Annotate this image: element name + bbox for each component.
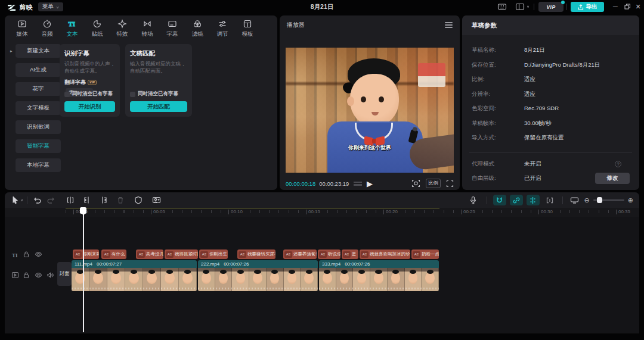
subtitle-clip[interactable]: A≡听说你 bbox=[318, 249, 340, 259]
draft-row: 比例:适应 bbox=[472, 76, 630, 84]
export-button[interactable]: 导出 bbox=[571, 2, 604, 12]
burned-in-subtitle: 你刚来到这个世界 bbox=[286, 144, 454, 152]
divider bbox=[566, 4, 567, 10]
subtitle-clip[interactable]: A≡我要赚钱买尿不湿 bbox=[237, 249, 275, 259]
player-controls: 00:00:00:18 00:00:23:19 ▶ 比例 bbox=[286, 177, 454, 189]
timeline-toolbar: ∨ bbox=[5, 192, 639, 208]
start-match-button[interactable]: 开始匹配 bbox=[130, 101, 187, 112]
tab-transition[interactable]: 转场 bbox=[135, 18, 160, 39]
layout-switch-button[interactable]: ∨ bbox=[515, 2, 530, 11]
aspect-ratio-button[interactable]: 比例 bbox=[426, 179, 441, 188]
chevron-down-icon: ∨ bbox=[527, 5, 530, 8]
caption-cards: 识别字幕 识别音视频中的人声，自动生成字幕。 翻译字幕 VIP 无∨ 同时清空已… bbox=[60, 44, 192, 117]
shortcut-keyboard-icon[interactable] bbox=[497, 2, 507, 11]
split-button[interactable] bbox=[63, 194, 78, 206]
main-track-magnet-toggle[interactable] bbox=[543, 195, 556, 205]
sidebar-item-smart-captions[interactable]: 智能字幕 bbox=[16, 139, 61, 153]
restore-button[interactable] bbox=[621, 1, 633, 12]
modify-button[interactable]: 修改 bbox=[595, 173, 630, 184]
draft-row: 保存位置:D:/JianyingPro Drafts/8月21日 bbox=[472, 61, 630, 70]
fullscreen-icon[interactable] bbox=[446, 180, 454, 188]
smart-matting-button[interactable] bbox=[149, 194, 163, 206]
slider-knob[interactable] bbox=[597, 197, 602, 203]
sidebar-item-new-text[interactable]: ▸新建文本 bbox=[16, 44, 61, 58]
play-button[interactable]: ▶ bbox=[367, 179, 373, 188]
sidebar-item-fancy-text[interactable]: 花字 bbox=[16, 82, 61, 96]
undo-button[interactable] bbox=[30, 194, 44, 206]
timeline-tracks: TI 封面 A≡你刚来到A≡有什么A≡高考没几A≡我得抓紧时间玩A≡你刚出生A≡… bbox=[5, 217, 639, 333]
delete-left-button[interactable] bbox=[80, 194, 94, 206]
chevron-down-icon[interactable]: ∨ bbox=[20, 198, 23, 202]
player-menu-icon[interactable] bbox=[445, 22, 453, 29]
baby-face bbox=[350, 74, 399, 126]
script-match-card: 文稿匹配 输入音视频对应的文稿，自动匹配画面。 同时清空已有字幕 开始匹配 bbox=[125, 44, 192, 117]
timeline-ruler[interactable]: 00:0000:0500:1000:1500:2000:2500:3000:35 bbox=[5, 208, 639, 217]
text-clip-icon: A≡ bbox=[343, 251, 351, 258]
vip-badge[interactable]: VIP bbox=[538, 2, 564, 12]
text-clip-icon: A≡ bbox=[361, 251, 369, 258]
subtitle-clip[interactable]: A≡是 bbox=[342, 249, 358, 259]
duration-indicator-line bbox=[66, 208, 439, 208]
subtitle-clip[interactable]: A≡我得抓紧时间玩 bbox=[165, 249, 198, 259]
video-clip[interactable]: 222.mp400:00:07:26 bbox=[198, 260, 318, 291]
divider bbox=[534, 4, 534, 10]
clear-existing-checkbox[interactable] bbox=[130, 92, 135, 97]
record-audio-button[interactable] bbox=[466, 194, 481, 206]
auto-snap-toggle[interactable] bbox=[493, 195, 506, 205]
divider bbox=[562, 196, 563, 204]
mask-button[interactable] bbox=[131, 194, 145, 206]
zoom-in-icon[interactable]: ⊕ bbox=[628, 196, 633, 204]
tab-templates[interactable]: 模板 bbox=[235, 18, 260, 39]
quality-list-icon[interactable] bbox=[354, 182, 362, 186]
tab-text[interactable]: TI 文本 bbox=[60, 18, 85, 39]
subtitle-clip[interactable]: A≡我就喜欢喝加冰的珍珠 bbox=[360, 249, 410, 259]
subtitle-clip[interactable]: A≡你刚来到 bbox=[73, 249, 99, 259]
linkage-toggle[interactable] bbox=[510, 195, 523, 205]
tab-filters[interactable]: 滤镜 bbox=[185, 18, 210, 39]
sidebar-item-lyrics-recognition[interactable]: 识别歌词 bbox=[16, 120, 61, 134]
playhead-line[interactable] bbox=[83, 208, 84, 332]
subtitle-clip[interactable]: A≡奶粉一点 bbox=[411, 249, 439, 259]
subtitle-clip[interactable]: A≡高考没几 bbox=[136, 249, 163, 259]
clear-existing-checkbox[interactable] bbox=[64, 92, 70, 97]
video-clip[interactable]: 111.mp400:00:07:27 bbox=[72, 260, 197, 291]
tab-adjust[interactable]: 调节 bbox=[210, 18, 235, 39]
text-tool-panel: 媒体 音频 TI 文本 贴纸 特效 转场 bbox=[5, 15, 277, 190]
subtitle-clip[interactable]: A≡还要养活爸爸 bbox=[283, 249, 317, 259]
text-clip-icon: A≡ bbox=[239, 251, 246, 258]
subtitle-clip[interactable]: A≡有什么 bbox=[101, 249, 126, 259]
close-button[interactable]: ✕ bbox=[632, 1, 644, 12]
subtitle-clip[interactable]: A≡你刚出生 bbox=[199, 249, 228, 259]
start-recognition-button[interactable]: 开始识别 bbox=[64, 101, 115, 112]
delete-right-button[interactable] bbox=[97, 194, 111, 206]
timeline-panel: ∨ bbox=[5, 192, 639, 333]
video-preview[interactable]: 你刚来到这个世界 bbox=[286, 48, 454, 173]
tab-effects[interactable]: 特效 bbox=[110, 18, 135, 39]
preview-quality-icon[interactable] bbox=[411, 179, 420, 188]
help-icon[interactable]: ? bbox=[615, 161, 621, 167]
playhead-handle[interactable] bbox=[80, 207, 86, 214]
select-tool-button[interactable] bbox=[10, 194, 20, 206]
tab-audio[interactable]: 音频 bbox=[35, 18, 60, 39]
preview-axis-toggle[interactable] bbox=[527, 195, 540, 205]
timeline-view-button[interactable] bbox=[569, 194, 581, 206]
text-clip-icon: A≡ bbox=[413, 251, 420, 258]
export-icon bbox=[578, 4, 584, 10]
minimize-button[interactable]: ─ bbox=[609, 1, 621, 12]
recognize-captions-card: 识别字幕 识别音视频中的人声，自动生成字幕。 翻译字幕 VIP 无∨ 同时清空已… bbox=[60, 44, 120, 117]
delete-button[interactable] bbox=[113, 194, 128, 206]
card-description: 识别音视频中的人声，自动生成字幕。 bbox=[64, 61, 115, 75]
tab-media[interactable]: 媒体 bbox=[10, 18, 35, 39]
zoom-out-icon[interactable]: ⊖ bbox=[584, 196, 590, 204]
current-time: 00:00:00:18 bbox=[286, 180, 315, 187]
ruler-time-label: 00:25 bbox=[461, 209, 478, 214]
sidebar-item-ai-generate[interactable]: AI生成 bbox=[16, 63, 61, 77]
sidebar-item-local-captions[interactable]: 本地字幕 bbox=[16, 158, 61, 172]
divider bbox=[27, 196, 27, 204]
tab-sticker[interactable]: 贴纸 bbox=[85, 18, 110, 39]
video-clip[interactable]: 333.mp400:00:07:26 bbox=[319, 260, 439, 291]
tab-captions[interactable]: 字幕 bbox=[160, 18, 185, 39]
timeline-zoom-slider[interactable] bbox=[593, 199, 624, 201]
redo-button[interactable] bbox=[44, 194, 58, 206]
sidebar-item-text-template[interactable]: 文字模板 bbox=[16, 101, 61, 115]
